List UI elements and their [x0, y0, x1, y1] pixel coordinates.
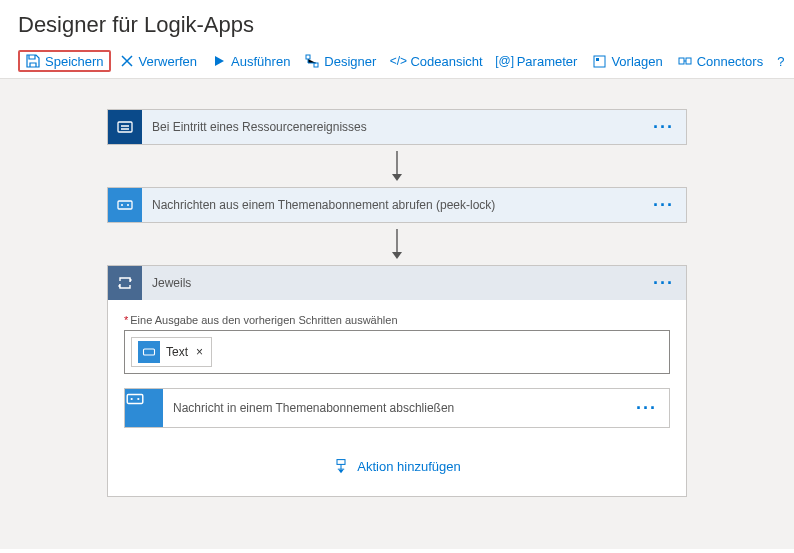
trigger-more-icon[interactable]: ··· [641, 117, 686, 138]
save-label: Speichern [45, 54, 104, 69]
parameters-icon: [@] [497, 53, 513, 69]
token-text[interactable]: Text × [131, 337, 212, 367]
run-label: Ausführen [231, 54, 290, 69]
add-action-label: Aktion hinzufügen [357, 459, 460, 474]
loop-input-field[interactable]: Text × [124, 330, 670, 374]
eventgrid-icon [108, 110, 142, 144]
getmessages-title: Nachrichten aus einem Themenabonnement a… [142, 198, 641, 212]
foreach-body: *Eine Ausgabe aus den vorherigen Schritt… [108, 300, 686, 496]
token-label: Text [166, 345, 188, 359]
required-marker: * [124, 314, 128, 326]
parameters-button[interactable]: [@] Parameter [491, 51, 584, 71]
svg-rect-7 [118, 201, 132, 209]
foreach-node: Jeweils ··· *Eine Ausgabe aus den vorher… [107, 265, 687, 497]
servicebus-icon [108, 188, 142, 222]
svg-rect-6 [118, 122, 132, 132]
svg-point-8 [121, 204, 123, 206]
field-label: *Eine Ausgabe aus den vorherigen Schritt… [124, 314, 670, 326]
codeview-label: Codeansicht [410, 54, 482, 69]
trigger-title: Bei Eintritt eines Ressourcenereignisses [142, 120, 641, 134]
complete-message-title: Nachricht in einem Themenabonnement absc… [163, 401, 624, 415]
page-title: Designer für Logik-Apps [0, 0, 794, 46]
designer-canvas: Bei Eintritt eines Ressourcenereignisses… [0, 79, 794, 549]
complete-message-node[interactable]: Nachricht in einem Themenabonnement absc… [124, 388, 670, 428]
discard-label: Verwerfen [139, 54, 198, 69]
svg-rect-5 [686, 58, 691, 64]
add-step-icon [333, 458, 349, 474]
add-action-button[interactable]: Aktion hinzufügen [124, 454, 670, 478]
help-qmark-button[interactable]: ? [771, 52, 790, 71]
foreach-more-icon[interactable]: ··· [641, 273, 686, 294]
svg-point-12 [131, 398, 133, 400]
field-label-text: Eine Ausgabe aus den vorherigen Schritte… [130, 314, 397, 326]
designer-button[interactable]: Designer [298, 51, 382, 71]
run-button[interactable]: Ausführen [205, 51, 296, 71]
svg-rect-14 [337, 460, 345, 465]
token-remove-icon[interactable]: × [194, 345, 205, 359]
trigger-node[interactable]: Bei Eintritt eines Ressourcenereignisses… [107, 109, 687, 145]
save-icon [25, 53, 41, 69]
svg-point-9 [127, 204, 129, 206]
foreach-header[interactable]: Jeweils ··· [108, 266, 686, 300]
toolbar: Speichern Verwerfen Ausführen Designer <… [0, 46, 794, 79]
loop-icon [108, 266, 142, 300]
connectors-button[interactable]: Connectors [671, 51, 769, 71]
svg-rect-2 [594, 56, 605, 67]
qmark-label: ? [777, 54, 784, 69]
templates-icon [591, 53, 607, 69]
getmessages-more-icon[interactable]: ··· [641, 195, 686, 216]
svg-rect-3 [596, 58, 599, 61]
arrow-icon [389, 151, 405, 181]
designer-label: Designer [324, 54, 376, 69]
connectors-label: Connectors [697, 54, 763, 69]
getmessages-node[interactable]: Nachrichten aus einem Themenabonnement a… [107, 187, 687, 223]
svg-rect-4 [679, 58, 684, 64]
code-icon: </> [390, 53, 406, 69]
parameters-label: Parameter [517, 54, 578, 69]
connectors-icon [677, 53, 693, 69]
complete-message-more-icon[interactable]: ··· [624, 398, 669, 419]
designer-icon [304, 53, 320, 69]
arrow-icon [389, 229, 405, 259]
x-icon [119, 53, 135, 69]
templates-label: Vorlagen [611, 54, 662, 69]
svg-rect-1 [314, 63, 318, 67]
discard-button[interactable]: Verwerfen [113, 51, 204, 71]
play-icon [211, 53, 227, 69]
templates-button[interactable]: Vorlagen [585, 51, 668, 71]
svg-rect-0 [306, 55, 310, 59]
foreach-title: Jeweils [142, 276, 641, 290]
svg-rect-10 [144, 349, 155, 355]
servicebus-icon [138, 341, 160, 363]
servicebus-icon [125, 389, 163, 427]
codeview-button[interactable]: </> Codeansicht [384, 51, 488, 71]
svg-point-13 [137, 398, 139, 400]
svg-rect-11 [127, 395, 143, 404]
save-button[interactable]: Speichern [18, 50, 111, 72]
